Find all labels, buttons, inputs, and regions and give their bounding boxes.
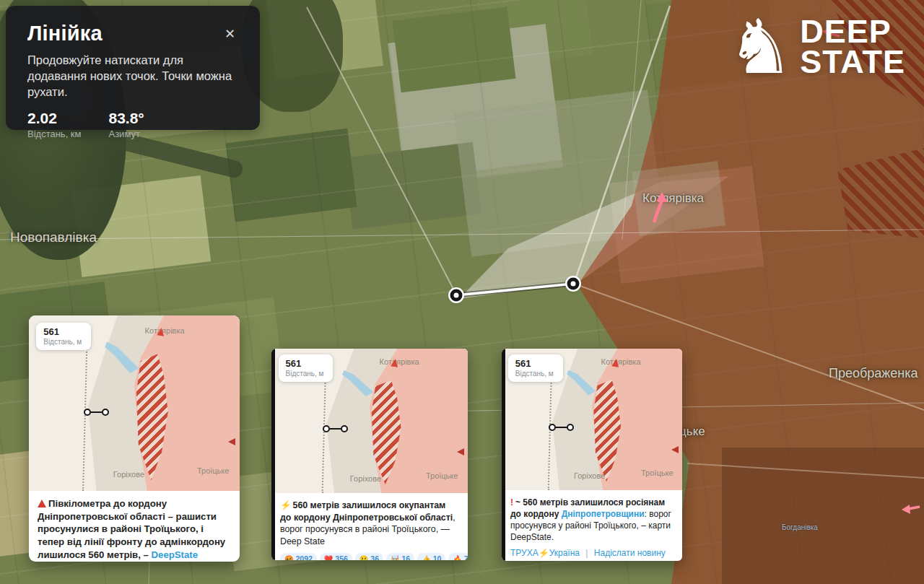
logo-line2: STATE [800, 47, 905, 78]
minimap-label-troitske: Троїцьке [426, 471, 458, 480]
minimap: Котлярівка Троїцьке Горіхове 561 Відстан… [271, 349, 468, 493]
channel-links-row: ТРУХА⚡Україна | Надіслати новину [510, 548, 674, 558]
mini-advance-arrow-icon [671, 446, 679, 453]
occupied-territory-dark-patch [722, 448, 924, 584]
reaction-pill: 😢36 [355, 553, 383, 560]
ruler-point-icon [84, 409, 91, 416]
reaction-count: 16 [402, 554, 411, 560]
reaction-count: 356 [335, 554, 348, 560]
telegram-post-screenshot-2: Котлярівка Троїцьке Горіхове 561 Відстан… [271, 349, 468, 560]
reaction-emoji: 🤯 [391, 555, 399, 560]
reaction-emoji: 👍 [422, 555, 430, 560]
reaction-count: 10 [433, 554, 442, 560]
reaction-pill: 🤬2092 [280, 553, 317, 560]
minimap-distance-label: Відстань, м [43, 338, 82, 346]
minimap-label-horikhove: Горіхове [350, 474, 381, 483]
telegram-post-screenshot-3: Котлярівка Троїцьке Горіхове 561 Відстан… [502, 349, 682, 561]
minimap: Котлярівка Троїцьке Горіхове 561 Відстан… [29, 315, 240, 491]
minimap-label-horikhove: Горіхове [113, 470, 144, 479]
ruler-point-icon [341, 425, 348, 432]
submit-news-link: Надіслати новину [594, 548, 666, 558]
ruler-point-icon [549, 424, 556, 431]
minimap-distance-pill: 561 Відстань, м [508, 354, 563, 382]
map-label-kotliarivka: Котлярівка [642, 191, 704, 206]
ruler-point-1[interactable] [450, 289, 463, 302]
mini-advance-arrow-icon [228, 438, 235, 445]
minimap-distance-value: 561 [515, 358, 554, 369]
ruler-point-2[interactable] [567, 278, 580, 290]
minimap-distance-value: 561 [286, 358, 324, 369]
minimap-ruler [323, 425, 348, 432]
separator: | [585, 548, 588, 558]
azimuth-value: 83.8° [108, 110, 144, 127]
reaction-pill: 🔥7 [448, 553, 468, 560]
minimap-distance-pill: 561 Відстань, м [279, 354, 334, 382]
minimap-distance-label: Відстань, м [286, 370, 324, 378]
map-label-novopavlivka: Новопавлівка [10, 230, 97, 245]
azimuth-stat: 83.8° Азимут [108, 110, 144, 139]
ruler-segment [330, 428, 341, 430]
knight-logo-icon: ♞ [727, 12, 794, 83]
minimap-label-troitske: Троїцьке [197, 466, 229, 475]
minimap-distance-label: Відстань, м [515, 370, 554, 378]
mini-advance-arrow-icon [157, 327, 165, 336]
warning-triangle-icon [38, 500, 46, 507]
post-text: Півкілометра до кордону Дніпропетровсько… [38, 497, 231, 561]
ruler-panel: Лінійка ✕ Продовжуйте натискати для дода… [6, 6, 260, 130]
reaction-pill: ❤️356 [320, 553, 352, 560]
ruler-point-icon [102, 409, 109, 416]
map-label-bohdanivka: Богданівка [782, 523, 818, 531]
azimuth-label: Азимут [108, 128, 144, 139]
mini-advance-arrow-icon [611, 358, 619, 367]
reaction-count: 36 [370, 554, 379, 560]
minimap-distance-pill: 561 Відстань, м [36, 323, 91, 350]
deepstate-link: DeepState [152, 549, 199, 560]
post-text: !~ 560 метрів залишилося росіянам до кор… [510, 497, 674, 543]
minimap-label-kotliarivka: Котлярівка [380, 357, 419, 366]
reaction-emoji: ❤️ [324, 555, 333, 560]
minimap-label-kotliarivka: Котлярівка [601, 357, 641, 366]
reaction-pill: 🤯16 [386, 553, 414, 560]
reaction-count: 2092 [295, 554, 312, 560]
reactions-row: 🤬2092 ❤️356 😢36 🤯16 👍10 🔥7 👀1 [280, 553, 459, 560]
post-text: ⚡560 метрів залишилося окупантам до корд… [280, 500, 459, 547]
telegram-post-screenshot-1: Котлярівка Троїцьке Горіхове 561 Відстан… [29, 315, 240, 562]
mini-advance-arrow-icon [457, 448, 464, 456]
reaction-emoji: 😢 [359, 555, 368, 560]
logo-line1: DEEP [800, 17, 905, 48]
ruler-panel-title: Лінійка [27, 22, 103, 45]
distance-value: 2.02 [27, 110, 81, 127]
ruler-point-icon [567, 424, 574, 431]
reaction-emoji: 🔥 [453, 555, 461, 560]
minimap-ruler [84, 409, 109, 416]
reaction-pill: 👍10 [417, 553, 445, 560]
distance-label: Відстань, км [27, 128, 81, 139]
ruler-point-icon [323, 425, 330, 432]
ruler-segment [556, 427, 567, 429]
region-link: Дніпропетровщини [562, 509, 645, 519]
minimap-label-horikhove: Горіхове [574, 471, 605, 480]
ruler-instructions: Продовжуйте натискати для додавання нови… [27, 53, 244, 100]
post-text-bold: 560 метрів залишилося окупантам до кордо… [280, 500, 453, 523]
minimap: Котлярівка Троїцьке Горіхове 561 Відстан… [502, 349, 682, 490]
lightning-icon: ⚡ [280, 500, 291, 510]
channel-link: ТРУХА⚡Україна [510, 548, 580, 558]
exclamation-icon: ! [510, 497, 513, 507]
mini-advance-arrow-icon [391, 358, 398, 367]
minimap-distance-value: 561 [43, 326, 82, 337]
deepstate-logo: ♞ DEEP STATE [727, 12, 905, 83]
map-label-preobrazhenka: Преображенка [829, 366, 918, 381]
distance-stat: 2.02 Відстань, км [27, 110, 81, 139]
close-icon[interactable]: ✕ [222, 25, 238, 43]
minimap-label-troitske: Троїцьке [641, 468, 673, 477]
minimap-ruler [549, 424, 574, 431]
logo-text: DEEP STATE [800, 17, 905, 79]
ruler-segment [91, 411, 102, 414]
reaction-emoji: 🤬 [284, 555, 293, 560]
